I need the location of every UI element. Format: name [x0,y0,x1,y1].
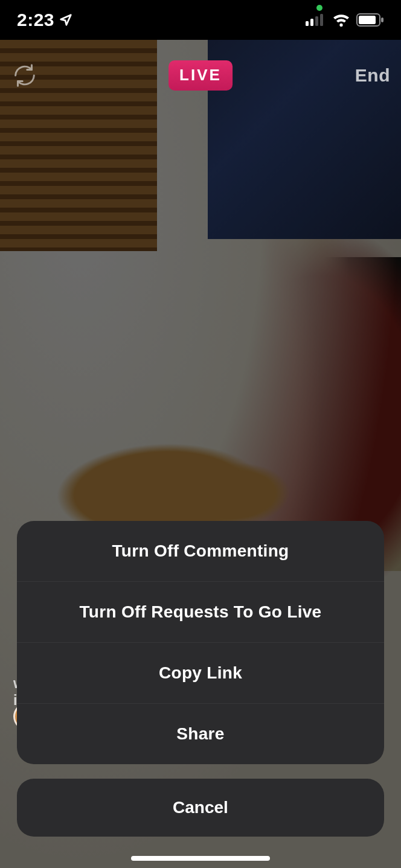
option-turn-off-commenting[interactable]: Turn Off Commenting [17,521,384,581]
live-badge: LIVE [168,60,233,91]
option-share[interactable]: Share [17,703,384,764]
svg-rect-3 [320,14,323,26]
svg-rect-1 [310,19,313,26]
home-indicator[interactable] [131,856,270,861]
battery-icon [356,13,384,27]
svg-rect-6 [381,18,383,22]
action-sheet: Turn Off Commenting Turn Off Requests To… [17,521,384,837]
status-right-group [306,13,384,27]
option-turn-off-requests[interactable]: Turn Off Requests To Go Live [17,581,384,642]
cancel-button[interactable]: Cancel [17,779,384,837]
option-copy-link[interactable]: Copy Link [17,642,384,703]
camera-in-use-dot [316,5,322,11]
camera-flip-icon[interactable] [11,62,39,89]
status-bar: 2:23 [0,0,401,40]
wifi-icon [332,13,350,27]
svg-rect-0 [306,21,309,26]
status-time-group: 2:23 [17,10,72,30]
live-top-bar: LIVE End [0,54,401,97]
end-button[interactable]: End [355,65,390,86]
action-sheet-options: Turn Off Commenting Turn Off Requests To… [17,521,384,764]
svg-rect-2 [315,16,318,26]
cellular-icon [306,14,326,26]
svg-rect-5 [359,16,376,24]
location-icon [59,13,72,27]
status-time: 2:23 [17,10,54,30]
